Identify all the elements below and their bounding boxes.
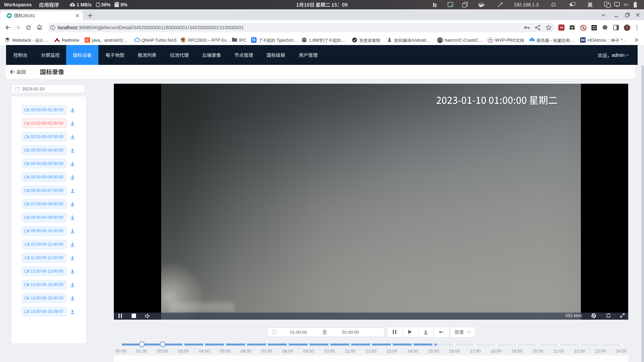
svg-text:C: C xyxy=(86,38,89,42)
svg-text:WVP-PRO: WVP-PRO xyxy=(488,41,493,43)
